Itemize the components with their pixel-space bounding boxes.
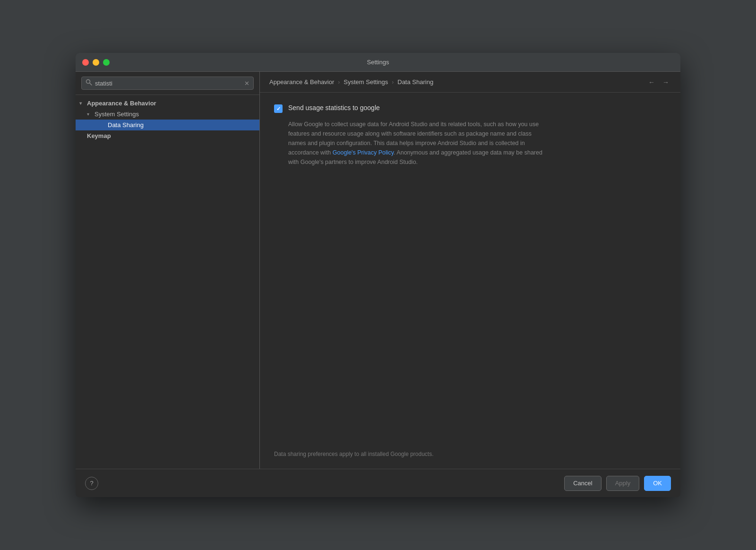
svg-line-1 <box>90 83 92 86</box>
sidebar-item-label: Keymap <box>87 132 256 139</box>
tree-nav: ▾ Appearance & Behavior ▾ System Setting… <box>76 95 259 469</box>
close-button[interactable] <box>82 59 89 66</box>
breadcrumb-data-sharing: Data Sharing <box>397 78 433 86</box>
sidebar: ✕ ▾ Appearance & Behavior ▾ System Setti… <box>76 72 260 469</box>
breadcrumb-system-settings: System Settings <box>344 78 388 86</box>
content-area: ✓ Send usage statistics to google Allow … <box>260 93 680 469</box>
breadcrumb-appearance: Appearance & Behavior <box>269 78 334 86</box>
search-icon <box>86 79 92 87</box>
sidebar-item-label: Appearance & Behavior <box>87 100 256 107</box>
search-clear-icon[interactable]: ✕ <box>244 80 249 86</box>
traffic-lights <box>82 59 110 66</box>
sidebar-item-system-settings[interactable]: ▾ System Settings <box>76 109 259 120</box>
ok-button[interactable]: OK <box>644 476 671 491</box>
send-statistics-row: ✓ Send usage statistics to google <box>274 104 666 113</box>
breadcrumb-sep-1: › <box>338 79 340 86</box>
breadcrumb-bar: Appearance & Behavior › System Settings … <box>260 72 680 93</box>
main-content: Appearance & Behavior › System Settings … <box>260 72 680 469</box>
search-container: ✕ <box>76 72 259 95</box>
send-statistics-checkbox[interactable]: ✓ <box>274 104 283 113</box>
chevron-icon: ▾ <box>87 112 94 117</box>
help-button[interactable]: ? <box>85 477 98 490</box>
nav-forward-button[interactable]: → <box>661 77 671 87</box>
maximize-button[interactable] <box>103 59 110 66</box>
window-title: Settings <box>367 59 389 66</box>
bottom-bar: ? Cancel Apply OK <box>76 469 680 497</box>
dialog-body: ✕ ▾ Appearance & Behavior ▾ System Setti… <box>76 72 680 469</box>
cancel-button[interactable]: Cancel <box>564 476 601 491</box>
sidebar-item-data-sharing[interactable]: Data Sharing <box>76 120 259 130</box>
sidebar-item-label: System Settings <box>94 111 256 118</box>
description-text: Allow Google to collect usage data for A… <box>288 120 543 167</box>
apply-button[interactable]: Apply <box>606 476 640 491</box>
nav-back-button[interactable]: ← <box>646 77 657 87</box>
title-bar: Settings <box>76 53 680 72</box>
breadcrumb-nav: ← → <box>646 77 671 87</box>
sidebar-item-keymap[interactable]: Keymap <box>76 130 259 141</box>
sidebar-item-appearance-behavior[interactable]: ▾ Appearance & Behavior <box>76 98 259 109</box>
privacy-policy-link[interactable]: Google's Privacy Policy <box>333 149 394 156</box>
footer-note: Data sharing preferences apply to all in… <box>274 451 434 457</box>
search-wrapper[interactable]: ✕ <box>81 77 254 90</box>
settings-dialog: Settings ✕ ▾ <box>76 53 680 497</box>
minimize-button[interactable] <box>93 59 99 66</box>
chevron-icon: ▾ <box>79 101 87 106</box>
checkmark-icon: ✓ <box>276 106 281 112</box>
breadcrumb-sep-2: › <box>392 79 394 86</box>
sidebar-item-label: Data Sharing <box>108 121 256 129</box>
search-input[interactable] <box>95 80 241 87</box>
send-statistics-label: Send usage statistics to google <box>288 104 380 112</box>
